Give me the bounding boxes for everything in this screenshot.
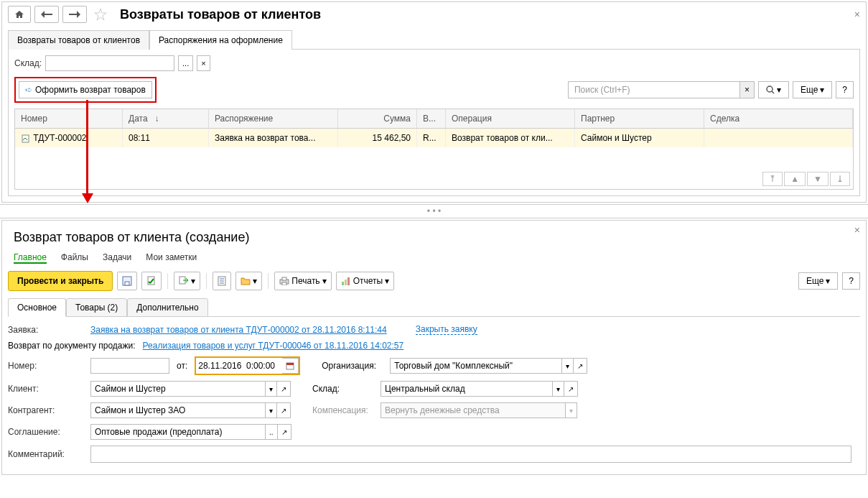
printer-icon [279,277,289,285]
nav-files[interactable]: Файлы [61,252,88,264]
cell-op: Возврат товаров от кли... [446,129,575,147]
create-return-button[interactable]: ➪ Оформить возврат товаров [19,81,152,98]
search-input[interactable]: Поиск (Ctrl+F) [568,81,740,98]
chevron-down-icon: ▾ [385,276,389,286]
sklad2-dropdown-button[interactable]: ▾ [553,381,564,397]
agreement-input[interactable] [90,424,266,440]
col-date[interactable]: Дата ↓ [123,109,209,128]
cell-deal [704,129,853,147]
col-order[interactable]: Распоряжение [209,109,338,128]
sklad-clear-button[interactable]: × [197,55,210,71]
search-lens-button[interactable]: ▾ [758,81,789,98]
comp-dropdown-button: ▾ [566,402,577,418]
search-clear-button[interactable]: × [740,81,755,98]
nav-down-button[interactable]: ▼ [807,172,829,186]
splitter[interactable]: • • • [0,204,868,218]
tab-orders[interactable]: Распоряжения на оформление [149,30,292,50]
client-open-button[interactable]: ↗ [277,381,291,397]
col-v[interactable]: В... [417,109,446,128]
reports-label: Отчеты [353,276,383,286]
nav-up-button[interactable]: ▲ [784,172,806,186]
cell-v: R... [417,129,446,147]
print-button[interactable]: Печать ▾ [274,272,331,290]
home-icon [14,10,24,19]
nav-tasks[interactable]: Задачи [103,252,131,264]
nav-last-button[interactable]: ⤓ [830,172,850,186]
reports-button[interactable]: Отчеты ▾ [336,272,394,290]
doc-arrow-icon [179,276,189,286]
print-label: Печать [291,276,319,286]
arrow-icon: ➪ [25,85,32,95]
sklad-select-button[interactable]: ... [178,55,193,71]
tab-goods[interactable]: Товары (2) [66,298,127,317]
agreement-open-button[interactable]: ↗ [278,424,291,440]
table-row[interactable]: ТДУТ-000002 08:11 Заявка на возврат това… [15,129,853,147]
client-dropdown-button[interactable]: ▾ [266,381,277,397]
home-button[interactable] [8,6,31,23]
sklad2-input[interactable] [381,381,553,397]
orders-grid: Номер Дата ↓ Распоряжение Сумма В... Опе… [14,109,854,190]
num-input[interactable] [90,358,169,374]
svg-rect-13 [282,282,286,285]
more-button[interactable]: Еще ▾ [793,81,832,98]
edi-button[interactable]: ▾ [235,272,262,290]
realizacia-link[interactable]: Реализация товаров и услуг ТДУТ-000046 о… [143,341,404,351]
create-return-label: Оформить возврат товаров [35,85,146,95]
sklad-input[interactable] [45,55,174,71]
comment-label: Комментарий: [8,449,87,459]
close-zayavka-link[interactable]: Закрыть заявку [416,324,477,335]
org-input[interactable] [390,358,562,374]
agreement-label: Соглашение: [8,427,87,437]
close-icon[interactable]: × [854,224,860,236]
col-deal[interactable]: Сделка [704,109,853,128]
svg-line-1 [772,91,774,93]
arrow-right-icon [69,11,80,18]
col-op[interactable]: Операция [446,109,575,128]
org-open-button[interactable]: ↗ [574,358,587,374]
org-dropdown-button[interactable]: ▾ [562,358,574,374]
date-picker-button[interactable] [282,358,299,374]
post-close-button[interactable]: Провести и закрыть [8,271,113,291]
favorite-icon[interactable] [94,8,107,21]
ot-label: от: [177,361,187,371]
tab-main[interactable]: Основное [8,298,66,317]
col-num[interactable]: Номер [15,109,123,128]
svg-rect-15 [345,280,347,285]
doc-more-button[interactable]: Еще ▾ [798,272,838,290]
nav-notes[interactable]: Мои заметки [146,252,197,264]
nav-main[interactable]: Главное [14,252,47,264]
contragent-open-button[interactable]: ↗ [277,402,291,418]
agreement-select-button[interactable]: .. [266,424,278,440]
doc-button[interactable] [213,272,231,290]
contragent-input[interactable] [90,402,266,418]
post-button[interactable] [141,272,162,290]
sklad2-open-button[interactable]: ↗ [564,381,578,397]
cell-date: 08:11 [123,129,209,147]
nav-first-button[interactable]: ⤒ [762,172,783,186]
help-button[interactable]: ? [836,81,854,98]
tab-extra[interactable]: Дополнительно [127,298,207,317]
close-icon[interactable]: × [854,9,860,20]
sklad2-label: Склад: [312,384,377,394]
based-on-button[interactable]: ▾ [174,272,200,290]
comp-input [381,402,566,418]
date-input[interactable] [196,358,282,374]
svg-rect-16 [347,277,350,285]
contragent-dropdown-button[interactable]: ▾ [266,402,277,418]
forward-button[interactable] [62,6,87,23]
comment-input[interactable] [90,446,851,463]
client-input[interactable] [90,381,266,397]
save-button[interactable] [117,272,137,290]
tab-returns[interactable]: Возвраты товаров от клиентов [8,30,149,50]
svg-rect-14 [342,282,344,285]
arrow-left-icon [41,11,52,18]
chevron-down-icon: ▾ [826,276,830,286]
col-partner[interactable]: Партнер [575,109,704,128]
folder-icon [241,276,251,286]
page-title: Возвраты товаров от клиентов [120,7,321,22]
zayavka-link[interactable]: Заявка на возврат товаров от клиента ТДУ… [90,325,387,335]
doc-help-button[interactable]: ? [842,272,860,290]
cell-num: ТДУТ-000002 [15,129,123,147]
back-button[interactable] [34,6,59,23]
col-sum[interactable]: Сумма [338,109,417,128]
